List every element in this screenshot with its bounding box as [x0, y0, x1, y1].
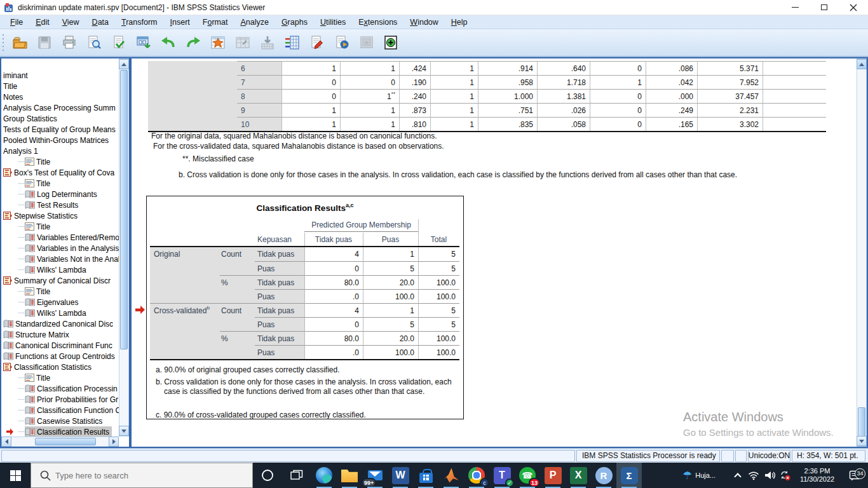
menu-data[interactable]: Data [86, 17, 115, 28]
outline-item[interactable]: Variables in the Analysis [1, 243, 119, 254]
task-view-button[interactable] [282, 463, 311, 488]
outline-item[interactable]: Casewise Statistics [1, 416, 119, 426]
outline-item[interactable]: Title [1, 81, 119, 92]
outline-item[interactable]: Standardized Canonical Disc [1, 318, 119, 329]
print-icon[interactable] [57, 30, 81, 55]
outline-item[interactable]: Box's Test of Equality of Cova [1, 167, 119, 178]
taskbar-app-icon[interactable]: ☎ ✓ [413, 463, 438, 488]
scrollbar-thumb[interactable] [120, 70, 128, 349]
taskbar-app-icon[interactable]: ☎ P ✓ [540, 463, 566, 488]
scroll-right-button[interactable] [109, 437, 119, 447]
outline-item[interactable]: Title [1, 178, 119, 189]
outline-item[interactable]: Tests of Equality of Group Means [1, 124, 119, 135]
menu-window[interactable]: Window [403, 17, 444, 28]
variables-icon[interactable] [280, 30, 304, 55]
menu-analyze[interactable]: Analyze [234, 17, 275, 28]
scroll-up-button[interactable] [119, 59, 129, 69]
outline-item[interactable]: Analysis 1 [1, 146, 119, 156]
insert-variable-icon[interactable] [255, 30, 280, 55]
menu-format[interactable]: Format [196, 17, 234, 28]
outline-item[interactable]: Variables Not in the Anal [1, 254, 119, 264]
outline-item[interactable]: Classification Statistics [1, 362, 119, 372]
notification-center-icon[interactable]: 34 [841, 470, 868, 481]
taskbar-app-icon[interactable]: ☎ R ✓ [591, 463, 616, 488]
outline-item[interactable]: Title [1, 372, 119, 383]
casewise-statistics-table[interactable]: 6 1 1 .424 1 .914 .640 0 .086 5.371 7 0 … [148, 61, 826, 132]
classification-results-table[interactable]: Classification Resultsa,c Predicted Grou… [146, 196, 464, 419]
outline-item[interactable]: Classification Results [1, 426, 119, 437]
menu-help[interactable]: Help [445, 17, 474, 28]
menu-graphs[interactable]: Graphs [275, 17, 314, 28]
outline-vscrollbar[interactable] [119, 58, 129, 437]
wifi-icon[interactable] [745, 471, 761, 480]
taskbar-app-icon[interactable]: ☎ 99+ ✓ [362, 463, 388, 488]
tray-chevron-icon[interactable] [729, 472, 745, 479]
export-icon[interactable] [106, 30, 131, 55]
menu-edit[interactable]: Edit [29, 17, 56, 28]
menu-insert[interactable]: Insert [164, 17, 196, 28]
outline-item[interactable]: Eigenvalues [1, 297, 119, 308]
outline-item[interactable]: Stepwise Statistics [1, 210, 119, 221]
sync-error-icon[interactable] [777, 470, 793, 481]
taskbar-app-icon[interactable]: ☎ W ✓ [388, 463, 413, 488]
open-icon[interactable] [7, 30, 32, 55]
taskbar-app-icon[interactable]: ☎ Σ ✓ [616, 463, 642, 488]
redo-icon[interactable] [180, 30, 205, 55]
outline-item[interactable]: Title [1, 221, 119, 232]
outline-item[interactable]: Canonical Discriminant Func [1, 340, 119, 351]
menu-view[interactable]: View [56, 17, 86, 28]
menu-file[interactable]: File [4, 17, 29, 28]
menu-transform[interactable]: Transform [115, 17, 164, 28]
outline-item[interactable]: Classification Processin [1, 383, 119, 394]
scrollbar-thumb[interactable] [858, 407, 865, 437]
taskbar-app-icon[interactable]: ☎ 13 ✓ [515, 463, 540, 488]
outline-item[interactable]: Log Determinants [1, 189, 119, 200]
run-script-icon[interactable] [329, 30, 354, 55]
minimize-button[interactable] [780, 0, 810, 15]
undo-icon[interactable] [156, 30, 180, 55]
outline-item[interactable]: Functions at Group Centroids [1, 351, 119, 362]
maximize-button[interactable] [810, 0, 839, 15]
taskbar-app-icon[interactable]: ☎ ✓ [337, 463, 362, 488]
save-icon[interactable] [32, 30, 57, 55]
taskbar-app-icon[interactable]: ☎ ✓ [438, 463, 464, 488]
designate-window-icon[interactable] [354, 30, 379, 55]
outline-item[interactable]: Wilks' Lambda [1, 308, 119, 318]
outline-item[interactable]: Test Results [1, 200, 119, 210]
cortana-button[interactable] [253, 463, 282, 488]
scroll-left-button[interactable] [1, 437, 11, 447]
taskbar-app-icon[interactable]: ☎ T ✓ [489, 463, 515, 488]
outline-item[interactable]: Wilks' Lambda [1, 264, 119, 275]
outline-item[interactable]: iminant [1, 70, 119, 81]
taskbar-search[interactable] [31, 463, 253, 488]
taskbar-app-icon[interactable]: ☎ c ✓ [464, 463, 489, 488]
select-last-output-icon[interactable] [304, 30, 329, 55]
recall-dialogs-icon[interactable] [131, 30, 156, 55]
volume-icon[interactable] [761, 470, 777, 480]
taskbar-app-icon[interactable]: ☎ X ✓ [566, 463, 591, 488]
outline-item[interactable]: Structure Matrix [1, 329, 119, 340]
outline-item[interactable]: Title [1, 156, 119, 167]
goto-variable-icon[interactable] [230, 30, 255, 55]
content-vscrollbar[interactable] [857, 58, 867, 447]
outline-hscrollbar[interactable] [1, 437, 119, 447]
outline-item[interactable]: Prior Probabilities for Gr [1, 394, 119, 405]
outline-item[interactable]: Pooled Within-Groups Matrices [1, 135, 119, 146]
clock[interactable]: 2:36 PM 11/30/2022 [793, 467, 841, 484]
outline-item[interactable]: Group Statistics [1, 113, 119, 124]
outline-item[interactable]: Summary of Canonical Discr [1, 275, 119, 286]
outline-item[interactable]: Classification Function C [1, 405, 119, 416]
search-input[interactable] [55, 471, 240, 480]
outline-item[interactable]: Title [1, 286, 119, 297]
weather-widget[interactable]: ☂ Huja... [682, 470, 729, 481]
print-preview-icon[interactable] [81, 30, 106, 55]
activate-selection-icon[interactable] [379, 30, 403, 55]
scrollbar-thumb[interactable] [35, 438, 96, 445]
close-button[interactable] [839, 0, 868, 15]
scroll-up-button[interactable] [857, 59, 867, 69]
menu-utilities[interactable]: Utilities [314, 17, 352, 28]
start-button[interactable] [0, 463, 31, 488]
goto-case-icon[interactable] [205, 30, 230, 55]
outline-item[interactable]: Analysis Case Processing Summ [1, 102, 119, 113]
scroll-down-button[interactable] [857, 436, 867, 446]
